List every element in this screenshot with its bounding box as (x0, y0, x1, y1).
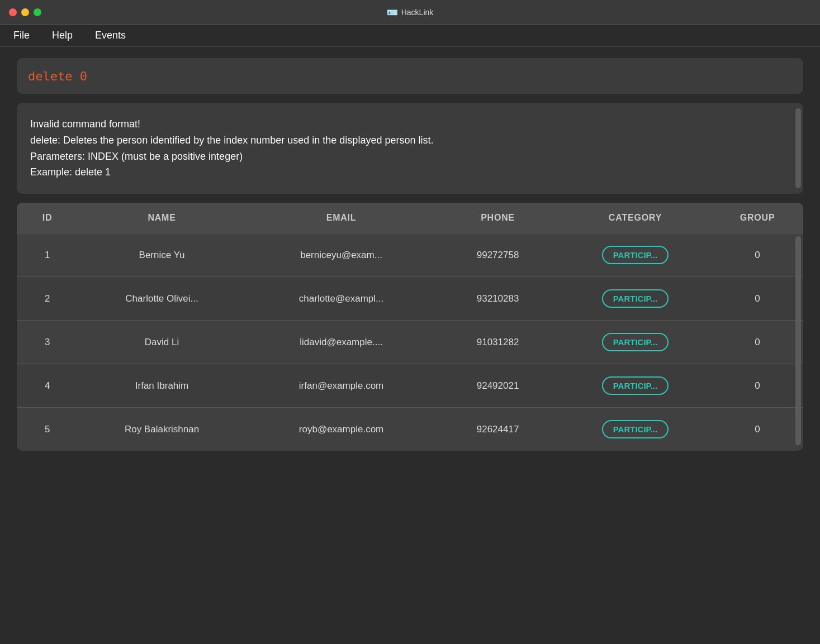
cell-phone: 93210283 (437, 277, 559, 321)
command-area (17, 58, 803, 94)
title-bar: 🪪 HackLink (0, 0, 820, 25)
close-button[interactable] (9, 8, 17, 16)
output-line-3: Parameters: INDEX (must be a positive in… (30, 149, 790, 165)
col-header-category: CATEGORY (559, 203, 712, 233)
table-row: 3David Lilidavid@example....91031282PART… (17, 321, 803, 364)
cell-category: PARTICIP... (559, 233, 712, 277)
cell-email: irfan@example.com (246, 364, 437, 408)
table-row: 2Charlotte Olivei...charlotte@exampl...9… (17, 277, 803, 321)
cell-email: royb@example.com (246, 408, 437, 451)
cell-phone: 92492021 (437, 364, 559, 408)
cell-group: 0 (712, 364, 803, 408)
output-area: Invalid command format! delete: Deletes … (17, 103, 803, 194)
persons-table: ID NAME EMAIL PHONE CATEGORY GROUP 1Bern… (17, 203, 803, 451)
app-icon: 🪪 (387, 7, 398, 17)
table-row: 5Roy Balakrishnanroyb@example.com9262441… (17, 408, 803, 451)
cell-name: Roy Balakrishnan (78, 408, 246, 451)
cell-id: 5 (17, 408, 78, 451)
cell-category: PARTICIP... (559, 321, 712, 364)
table-row: 1Bernice Yuberniceyu@exam...99272758PART… (17, 233, 803, 277)
cell-email: lidavid@example.... (246, 321, 437, 364)
col-header-group: GROUP (712, 203, 803, 233)
traffic-lights (9, 8, 41, 16)
table-header-row: ID NAME EMAIL PHONE CATEGORY GROUP (17, 203, 803, 233)
cell-id: 2 (17, 277, 78, 321)
category-badge: PARTICIP... (602, 376, 669, 395)
category-badge: PARTICIP... (602, 246, 669, 264)
output-scrollbar[interactable] (795, 108, 801, 188)
main-content: Invalid command format! delete: Deletes … (0, 47, 820, 462)
maximize-button[interactable] (34, 8, 41, 16)
cell-phone: 92624417 (437, 408, 559, 451)
cell-category: PARTICIP... (559, 364, 712, 408)
output-line-2: delete: Deletes the person identified by… (30, 132, 790, 149)
category-badge: PARTICIP... (602, 333, 669, 351)
menu-item-events[interactable]: Events (91, 27, 130, 44)
output-line-1: Invalid command format! (30, 116, 790, 132)
cell-group: 0 (712, 408, 803, 451)
app-title: 🪪 HackLink (387, 7, 434, 17)
menu-item-help[interactable]: Help (48, 27, 77, 44)
output-line-4: Example: delete 1 (30, 164, 790, 180)
cell-group: 0 (712, 277, 803, 321)
category-badge: PARTICIP... (602, 420, 669, 438)
col-header-name: NAME (78, 203, 246, 233)
table-scrollbar[interactable] (795, 236, 801, 445)
cell-name: Irfan Ibrahim (78, 364, 246, 408)
col-header-phone: PHONE (437, 203, 559, 233)
table-container: ID NAME EMAIL PHONE CATEGORY GROUP 1Bern… (17, 203, 803, 451)
cell-category: PARTICIP... (559, 277, 712, 321)
cell-email: charlotte@exampl... (246, 277, 437, 321)
table-row: 4Irfan Ibrahimirfan@example.com92492021P… (17, 364, 803, 408)
cell-id: 3 (17, 321, 78, 364)
cell-name: Charlotte Olivei... (78, 277, 246, 321)
cell-group: 0 (712, 233, 803, 277)
cell-email: berniceyu@exam... (246, 233, 437, 277)
menu-item-file[interactable]: File (9, 27, 34, 44)
cell-id: 4 (17, 364, 78, 408)
cell-name: Bernice Yu (78, 233, 246, 277)
menu-bar: File Help Events (0, 25, 820, 47)
cell-group: 0 (712, 321, 803, 364)
cell-id: 1 (17, 233, 78, 277)
col-header-id: ID (17, 203, 78, 233)
app-title-text: HackLink (401, 8, 434, 17)
cell-name: David Li (78, 321, 246, 364)
cell-category: PARTICIP... (559, 408, 712, 451)
cell-phone: 99272758 (437, 233, 559, 277)
minimize-button[interactable] (21, 8, 29, 16)
cell-phone: 91031282 (437, 321, 559, 364)
col-header-email: EMAIL (246, 203, 437, 233)
category-badge: PARTICIP... (602, 289, 669, 308)
command-input[interactable] (28, 69, 792, 83)
